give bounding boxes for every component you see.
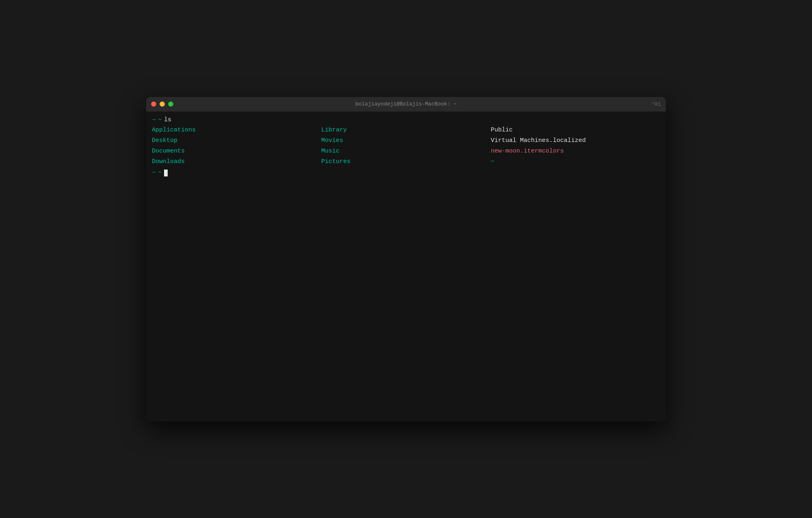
terminal-body[interactable]: → ~ ls Applications Desktop Documents Do… xyxy=(146,112,666,421)
traffic-lights xyxy=(151,101,173,107)
ls-col-1: Applications Desktop Documents Downloads xyxy=(152,125,321,167)
title-bar: bolajiayodeji@Bolajis-MacBook: ~ ⌃⌘1 xyxy=(146,97,666,112)
second-prompt-line: → ~ xyxy=(152,168,660,178)
list-item: new-moon.itermcolors xyxy=(491,146,660,156)
list-item: Virtual Machines.localized xyxy=(491,136,660,146)
list-item: Documents xyxy=(152,146,321,156)
keyboard-shortcut: ⌃⌘1 xyxy=(652,101,661,107)
first-prompt-line: → ~ ls xyxy=(152,116,660,125)
window-title: bolajiayodeji@Bolajis-MacBook: ~ xyxy=(355,101,457,107)
prompt-command: ls xyxy=(164,116,171,125)
terminal-window: bolajiayodeji@Bolajis-MacBook: ~ ⌃⌘1 → ~… xyxy=(146,97,666,421)
maximize-button[interactable] xyxy=(168,101,173,107)
prompt-tilde-2: ~ xyxy=(158,168,162,178)
cursor xyxy=(164,170,168,176)
list-item: Movies xyxy=(321,136,490,146)
list-item: Music xyxy=(321,146,490,156)
list-item: Desktop xyxy=(152,136,321,146)
ls-col-2: Library Movies Music Pictures xyxy=(321,125,490,167)
prompt-tilde-1: ~ xyxy=(158,116,162,125)
list-item: ~ xyxy=(491,157,660,167)
ls-col-3: Public Virtual Machines.localized new-mo… xyxy=(491,125,660,167)
list-item: Pictures xyxy=(321,157,490,167)
ls-output: Applications Desktop Documents Downloads… xyxy=(152,125,660,167)
minimize-button[interactable] xyxy=(160,101,165,107)
list-item: Library xyxy=(321,125,490,135)
prompt-arrow-1: → xyxy=(152,116,155,125)
list-item: Public xyxy=(491,125,660,135)
list-item: Downloads xyxy=(152,157,321,167)
prompt-arrow-2: → xyxy=(152,168,155,178)
close-button[interactable] xyxy=(151,101,156,107)
list-item: Applications xyxy=(152,125,321,135)
